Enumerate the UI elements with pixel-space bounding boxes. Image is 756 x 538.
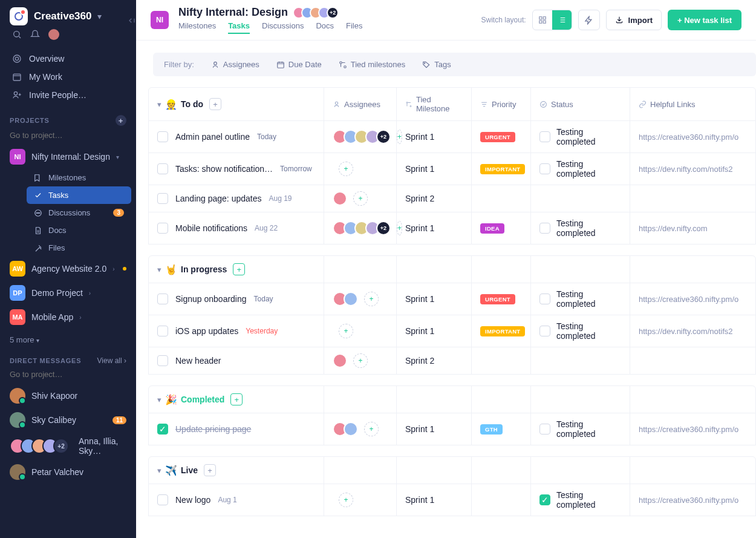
automation-button[interactable] xyxy=(578,10,600,30)
add-assignee-button[interactable]: + xyxy=(339,162,353,176)
add-task-button[interactable]: + xyxy=(209,98,221,110)
filter-tags[interactable]: Tags xyxy=(422,60,451,69)
add-assignee-button[interactable]: + xyxy=(339,493,353,507)
status-checkbox[interactable] xyxy=(539,163,550,174)
task-checkbox[interactable] xyxy=(157,326,168,336)
project-sub-docs[interactable]: Docs xyxy=(27,221,131,239)
workspace-switcher[interactable]: Creative360 ▾ xyxy=(10,7,126,25)
add-task-button[interactable]: + xyxy=(204,464,216,476)
tab-milestones[interactable]: Milestones xyxy=(178,21,216,34)
svg-point-22 xyxy=(541,101,547,107)
task-checkbox[interactable] xyxy=(157,193,168,204)
task-row[interactable]: ✓Update pricing page + Sprint 1 GTH Test… xyxy=(148,413,756,445)
topbar: NI Nifty Internal: Design +2 MilestonesT… xyxy=(136,0,756,41)
task-checkbox[interactable] xyxy=(157,494,168,505)
svg-point-7 xyxy=(36,212,37,213)
main-content: NI Nifty Internal: Design +2 MilestonesT… xyxy=(136,0,756,538)
task-row[interactable]: Admin panel outlineToday +2+ Sprint 1 UR… xyxy=(148,121,756,153)
nav-overview[interactable]: Overview xyxy=(5,50,131,68)
status-checkbox[interactable] xyxy=(539,424,550,435)
layout-list-button[interactable] xyxy=(552,10,572,30)
more-projects-link[interactable]: 5 more ▾ xyxy=(0,329,136,350)
search-icon[interactable] xyxy=(12,30,22,39)
status-checkbox[interactable] xyxy=(539,326,550,336)
project-item-demo[interactable]: DPDemo Project› xyxy=(0,281,136,305)
chevron-down-icon[interactable]: ▾ xyxy=(157,265,161,274)
tab-discussions[interactable]: Discussions xyxy=(262,21,304,34)
user-avatar[interactable] xyxy=(48,29,59,40)
task-checkbox[interactable]: ✓ xyxy=(157,424,168,435)
svg-point-3 xyxy=(15,57,18,60)
task-checkbox[interactable] xyxy=(157,131,168,142)
task-checkbox[interactable] xyxy=(157,163,168,174)
project-sub-tasks[interactable]: Tasks xyxy=(27,186,131,204)
tab-tasks[interactable]: Tasks xyxy=(228,21,250,34)
task-row[interactable]: New logoAug 1 + Sprint 1 ✓Testing comple… xyxy=(148,484,756,516)
tab-docs[interactable]: Docs xyxy=(316,21,334,34)
notifications-icon[interactable] xyxy=(30,30,40,39)
task-row[interactable]: Signup onboardingToday + Sprint 1 URGENT… xyxy=(148,283,756,315)
svg-point-1 xyxy=(14,31,19,37)
import-button[interactable]: Import xyxy=(606,10,662,30)
filter-milestones[interactable]: Tied milestones xyxy=(339,60,406,69)
switch-layout-label: Switch layout: xyxy=(481,16,526,24)
svg-point-0 xyxy=(15,13,22,20)
projects-header: PROJECTS + xyxy=(0,109,136,130)
svg-point-5 xyxy=(14,92,17,95)
dm-item[interactable]: Petar Valchev xyxy=(0,460,136,484)
project-logo: NI xyxy=(151,11,169,29)
project-item-agency[interactable]: AWAgency Website 2.0› xyxy=(0,257,136,281)
project-item-nifty[interactable]: NINifty Internal: Design▾ xyxy=(0,145,136,169)
tab-files[interactable]: Files xyxy=(346,21,362,34)
task-row[interactable]: iOS app updatesYesterday + Sprint 1 IMPO… xyxy=(148,315,756,347)
nav-invite[interactable]: Invite People… xyxy=(5,86,131,104)
filter-duedate[interactable]: Due Date xyxy=(276,60,322,69)
svg-point-19 xyxy=(335,102,337,104)
project-search-input[interactable] xyxy=(0,130,136,145)
project-sub-files[interactable]: Files xyxy=(27,239,131,257)
task-checkbox[interactable] xyxy=(157,355,168,366)
add-task-button[interactable]: + xyxy=(230,393,243,405)
chevron-down-icon[interactable]: ▾ xyxy=(157,100,161,109)
dm-item[interactable]: Sky Calibey11 xyxy=(0,408,136,432)
add-task-button[interactable]: + xyxy=(233,263,245,275)
new-task-list-button[interactable]: + New task list xyxy=(668,10,741,30)
task-row[interactable]: Tasks: show notification…Tomorrow + Spri… xyxy=(148,153,756,185)
task-checkbox[interactable] xyxy=(157,294,168,304)
dm-search-input[interactable] xyxy=(0,369,136,384)
workspace-name: Creative360 xyxy=(34,10,91,22)
dm-item[interactable]: +2Anna, Illia, Sky… xyxy=(0,432,136,460)
chevron-down-icon[interactable]: ▾ xyxy=(157,466,161,475)
add-project-button[interactable]: + xyxy=(116,115,126,126)
task-row[interactable]: Mobile notificationsAug 22 +2+ Sprint 1 … xyxy=(148,212,756,244)
add-assignee-button[interactable]: + xyxy=(364,292,379,306)
workspace-logo xyxy=(10,7,28,25)
filter-assignees[interactable]: Assignees xyxy=(211,60,259,69)
status-checkbox[interactable]: ✓ xyxy=(539,494,550,505)
task-row[interactable]: Landing page: updatesAug 19 + Sprint 2 xyxy=(148,185,756,212)
view-all-dms[interactable]: View all › xyxy=(97,356,126,365)
layout-board-button[interactable] xyxy=(533,10,552,30)
status-checkbox[interactable] xyxy=(539,294,550,304)
task-checkbox[interactable] xyxy=(157,223,168,234)
add-assignee-button[interactable]: + xyxy=(353,353,368,368)
nav-mywork[interactable]: My Work xyxy=(5,68,131,86)
task-row[interactable]: New header + Sprint 2 xyxy=(148,347,756,375)
project-members[interactable]: +2 xyxy=(293,7,339,19)
project-sub-discussions[interactable]: Discussions3 xyxy=(27,204,131,221)
status-checkbox[interactable] xyxy=(539,131,550,142)
svg-point-18 xyxy=(425,63,425,64)
svg-point-16 xyxy=(340,61,342,64)
svg-rect-10 xyxy=(539,17,541,19)
svg-point-14 xyxy=(214,62,217,65)
filter-bar: Filter by: Assignees Due Date Tied miles… xyxy=(153,53,756,76)
project-sub-milestones[interactable]: Milestones xyxy=(27,169,131,186)
chevron-down-icon[interactable]: ▾ xyxy=(157,395,161,404)
add-assignee-button[interactable]: + xyxy=(364,422,379,436)
collapse-sidebar-button[interactable] xyxy=(127,16,137,27)
project-item-mobile[interactable]: MAMobile App› xyxy=(0,305,136,329)
status-checkbox[interactable] xyxy=(539,223,550,234)
add-assignee-button[interactable]: + xyxy=(353,191,368,206)
add-assignee-button[interactable]: + xyxy=(339,324,353,338)
dm-item[interactable]: Shiv Kapoor xyxy=(0,384,136,408)
